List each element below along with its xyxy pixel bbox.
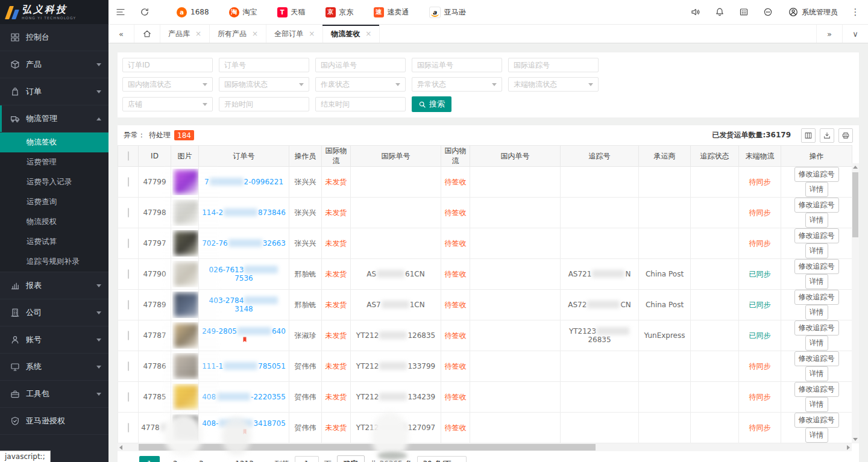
tab-product-lib[interactable]: 产品库×: [160, 25, 210, 43]
sidebar-item-product[interactable]: 产品: [0, 51, 108, 78]
user-menu[interactable]: 系统管理员: [788, 7, 838, 17]
product-image[interactable]: [172, 353, 199, 379]
home-tab[interactable]: [134, 25, 160, 43]
order-link[interactable]: 249-2805640: [202, 327, 286, 344]
start-time-input[interactable]: [219, 97, 309, 111]
pagination-page-2[interactable]: 2: [165, 456, 186, 462]
product-image[interactable]: [172, 230, 199, 257]
search-input-1[interactable]: [122, 58, 213, 72]
order-link[interactable]: 026-76137536: [209, 266, 279, 283]
row-checkbox[interactable]: [128, 269, 129, 279]
edit-tracking-button[interactable]: 修改追踪号: [794, 413, 839, 428]
order-link[interactable]: 408-2220355: [202, 393, 286, 401]
edit-tracking-button[interactable]: 修改追踪号: [794, 320, 839, 336]
order-link[interactable]: 408-3418705: [202, 419, 286, 436]
filter-select-4[interactable]: 异常状态: [412, 77, 502, 92]
order-link[interactable]: 403-27843148: [209, 296, 279, 313]
collapse-menu-icon[interactable]: [108, 0, 133, 24]
close-icon[interactable]: ×: [365, 30, 371, 38]
tabs-menu-icon[interactable]: ∨: [842, 25, 868, 43]
sidebar-item-account[interactable]: 账号: [0, 326, 108, 354]
edit-tracking-button[interactable]: 修改追踪号: [794, 382, 839, 397]
card-panel-icon[interactable]: [732, 0, 756, 24]
end-time-input[interactable]: [315, 97, 406, 111]
edit-tracking-button[interactable]: 修改追踪号: [794, 167, 839, 182]
detail-button[interactable]: 详情: [805, 366, 828, 381]
platform-amazon[interactable]: a亚马逊: [429, 7, 466, 18]
row-checkbox[interactable]: [128, 239, 129, 248]
row-checkbox[interactable]: [128, 208, 129, 217]
detail-button[interactable]: 详情: [805, 428, 828, 443]
search-input-2[interactable]: [219, 58, 309, 72]
platform-smt[interactable]: 速速卖通: [374, 7, 409, 17]
order-link[interactable]: 111-1785051: [202, 362, 286, 370]
pagination-prev[interactable]: ‹: [126, 459, 134, 462]
row-checkbox[interactable]: [128, 423, 129, 432]
export-button[interactable]: [820, 128, 834, 143]
submenu-item-sign[interactable]: 物流签收: [0, 133, 108, 152]
goto-page-input[interactable]: [295, 456, 319, 462]
search-button[interactable]: 搜索: [412, 96, 451, 112]
sidebar-item-order[interactable]: 订单: [0, 78, 108, 105]
submenu-item-logistics-auth[interactable]: 物流授权: [0, 212, 108, 232]
pending-count-badge[interactable]: 184: [174, 130, 194, 140]
product-image[interactable]: [172, 414, 199, 441]
product-image[interactable]: [172, 322, 199, 349]
scroll-up-icon[interactable]: [853, 166, 858, 169]
per-page-select[interactable]: 30 条/页: [417, 456, 466, 462]
tabs-scroll-right-icon[interactable]: »: [816, 25, 842, 43]
pagination-page-3[interactable]: 3: [191, 456, 212, 462]
pagination-page-1213[interactable]: 1213: [233, 456, 256, 462]
sidebar-item-company[interactable]: 公司: [0, 299, 108, 326]
order-link[interactable]: 72-0996221: [204, 178, 283, 186]
detail-button[interactable]: 详情: [805, 305, 828, 320]
close-icon[interactable]: ×: [195, 30, 201, 38]
platform-taobao[interactable]: 淘淘宝: [229, 7, 257, 17]
row-checkbox[interactable]: [128, 361, 129, 371]
search-input-3[interactable]: [315, 58, 406, 72]
platform-1688[interactable]: a1688: [177, 7, 209, 17]
volume-icon[interactable]: [684, 0, 708, 24]
order-link[interactable]: 114-2873846: [202, 208, 286, 217]
close-icon[interactable]: ×: [252, 30, 258, 38]
detail-button[interactable]: 详情: [805, 213, 828, 228]
sidebar-item-logistics[interactable]: 物流管理: [0, 105, 108, 133]
columns-button[interactable]: [801, 128, 816, 143]
filter-select-2[interactable]: 国际物流状态: [219, 77, 309, 92]
submenu-item-freight-import[interactable]: 运费导入记录: [0, 172, 108, 192]
submenu-item-freight-query[interactable]: 运费查询: [0, 192, 108, 212]
submenu-item-freight[interactable]: 运费管理: [0, 152, 108, 172]
pagination-page-1[interactable]: 1: [139, 456, 160, 462]
more-vertical-icon[interactable]: ⋮: [846, 7, 864, 17]
product-image[interactable]: [172, 292, 199, 318]
detail-button[interactable]: 详情: [805, 397, 828, 412]
product-image[interactable]: [172, 384, 199, 410]
vertical-scrollbar-thumb[interactable]: [852, 172, 858, 237]
edit-tracking-button[interactable]: 修改追踪号: [794, 198, 839, 213]
submenu-item-freight-trial[interactable]: 运费试算: [0, 232, 108, 252]
search-input-5[interactable]: [508, 58, 599, 72]
sidebar-item-system[interactable]: 系统: [0, 354, 108, 381]
close-icon[interactable]: ×: [309, 30, 315, 38]
product-image[interactable]: [172, 199, 199, 226]
filter-select-5[interactable]: 末端物流状态: [508, 77, 599, 92]
row-checkbox[interactable]: [128, 177, 129, 187]
sidebar-item-dashboard[interactable]: 控制台: [0, 24, 108, 51]
detail-button[interactable]: 详情: [805, 274, 828, 289]
tab-all-orders[interactable]: 全部订单×: [266, 25, 323, 43]
tabs-scroll-left-icon[interactable]: «: [108, 25, 134, 43]
scroll-right-icon[interactable]: [847, 445, 850, 450]
row-checkbox[interactable]: [128, 331, 129, 340]
row-checkbox[interactable]: [128, 392, 129, 402]
horizontal-scrollbar-thumb[interactable]: [139, 444, 596, 451]
search-input-4[interactable]: [412, 58, 502, 72]
detail-button[interactable]: 详情: [805, 182, 828, 197]
detail-button[interactable]: 详情: [805, 243, 828, 258]
horizontal-scrollbar[interactable]: [118, 443, 852, 451]
scroll-down-icon[interactable]: [853, 438, 858, 441]
print-button[interactable]: [838, 128, 853, 143]
filter-select-3[interactable]: 作废状态: [315, 77, 406, 92]
product-image[interactable]: [172, 261, 199, 287]
edit-tracking-button[interactable]: 修改追踪号: [794, 351, 839, 366]
refresh-icon[interactable]: [133, 0, 157, 24]
